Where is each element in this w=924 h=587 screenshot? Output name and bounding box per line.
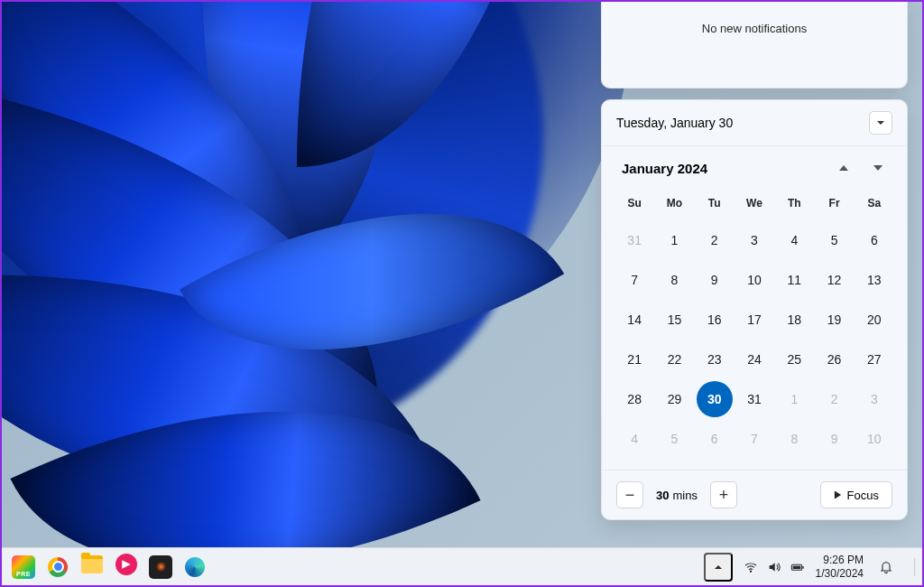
focus-duration-unit: mins bbox=[672, 489, 697, 502]
calendar-day-today[interactable]: 30 bbox=[697, 381, 733, 417]
calendar-day[interactable]: 9 bbox=[817, 421, 853, 457]
file-explorer-icon[interactable] bbox=[78, 553, 106, 582]
app-dark-icon[interactable] bbox=[146, 553, 175, 582]
calendar-day[interactable]: 8 bbox=[776, 421, 812, 457]
focus-duration-value: 30 bbox=[656, 489, 669, 502]
calendar-grid: SuMoTuWeThFrSa31123456789101112131415161… bbox=[602, 184, 907, 471]
svg-rect-3 bbox=[792, 565, 800, 568]
focus-button-label: Focus bbox=[847, 489, 879, 502]
taskbar-clock[interactable]: 9:26 PM 1/30/2024 bbox=[816, 554, 864, 581]
calendar-day[interactable]: 3 bbox=[736, 222, 772, 258]
taskbar-time: 9:26 PM bbox=[816, 554, 864, 567]
taskbar: PRE 9:26 PM 1/30/2024 bbox=[2, 547, 922, 585]
taskbar-date: 1/30/2024 bbox=[816, 567, 864, 581]
svg-point-0 bbox=[750, 571, 751, 572]
calendar-day[interactable]: 12 bbox=[817, 262, 853, 298]
quick-settings[interactable] bbox=[744, 560, 805, 574]
calendar-day[interactable]: 1 bbox=[656, 222, 692, 258]
action-center-flyout: No new notifications Tuesday, January 30… bbox=[601, 2, 908, 520]
calendar-day[interactable]: 4 bbox=[616, 421, 652, 457]
calendar-day[interactable]: 18 bbox=[776, 302, 812, 338]
taskbar-pinned-apps: PRE bbox=[9, 553, 209, 582]
calendar-day[interactable]: 7 bbox=[736, 421, 772, 457]
battery-icon bbox=[790, 560, 805, 574]
chevron-up-icon bbox=[714, 563, 723, 572]
calendar-day[interactable]: 15 bbox=[656, 302, 692, 338]
calendar-day[interactable]: 2 bbox=[817, 381, 853, 417]
show-desktop-button[interactable] bbox=[914, 558, 915, 576]
notifications-empty-text: No new notifications bbox=[702, 22, 807, 35]
calendar-day[interactable]: 5 bbox=[656, 421, 692, 457]
calendar-day[interactable]: 9 bbox=[697, 262, 733, 298]
chevron-down-icon bbox=[876, 118, 885, 127]
calendar-day[interactable]: 25 bbox=[776, 341, 812, 377]
taskbar-system-tray: 9:26 PM 1/30/2024 bbox=[704, 553, 915, 582]
calendar-day[interactable]: 28 bbox=[616, 381, 652, 417]
triangle-up-icon bbox=[839, 165, 848, 171]
app-pink-icon[interactable] bbox=[112, 553, 141, 582]
focus-session-row: − 30 mins + Focus bbox=[602, 471, 907, 519]
tray-expand-button[interactable] bbox=[704, 553, 733, 582]
calendar-day[interactable]: 27 bbox=[856, 341, 892, 377]
calendar-day[interactable]: 4 bbox=[776, 222, 812, 258]
day-of-week-header: Su bbox=[614, 190, 654, 219]
prev-month-button[interactable] bbox=[835, 159, 853, 177]
svg-rect-2 bbox=[802, 566, 803, 569]
day-of-week-header: Sa bbox=[855, 190, 894, 219]
wifi-icon bbox=[744, 560, 758, 574]
calendar-day[interactable]: 5 bbox=[817, 222, 853, 258]
calendar-day[interactable]: 8 bbox=[656, 262, 692, 298]
focus-duration-stepper: − 30 mins + bbox=[616, 481, 737, 508]
play-icon bbox=[834, 490, 842, 499]
day-of-week-header: Th bbox=[774, 190, 814, 219]
day-of-week-header: Mo bbox=[654, 190, 694, 219]
day-of-week-header: Tu bbox=[695, 190, 735, 219]
edge-icon[interactable] bbox=[180, 553, 209, 582]
calendar-day[interactable]: 17 bbox=[736, 302, 772, 338]
calendar-day[interactable]: 23 bbox=[697, 341, 733, 377]
day-of-week-header: Fr bbox=[814, 190, 854, 219]
calendar-day[interactable]: 31 bbox=[736, 381, 772, 417]
increase-duration-button[interactable]: + bbox=[710, 481, 737, 508]
decrease-duration-button[interactable]: − bbox=[616, 481, 643, 508]
volume-icon bbox=[767, 560, 781, 574]
calendar-day[interactable]: 21 bbox=[616, 341, 652, 377]
calendar-day[interactable]: 29 bbox=[656, 381, 692, 417]
notifications-panel: No new notifications bbox=[601, 2, 908, 89]
chrome-icon[interactable] bbox=[43, 553, 72, 582]
calendar-date-label: Tuesday, January 30 bbox=[616, 116, 733, 130]
calendar-day[interactable]: 16 bbox=[697, 302, 733, 338]
calendar-day[interactable]: 11 bbox=[776, 262, 812, 298]
start-focus-button[interactable]: Focus bbox=[820, 481, 892, 508]
calendar-day[interactable]: 6 bbox=[856, 222, 892, 258]
calendar-day[interactable]: 19 bbox=[817, 302, 853, 338]
calendar-day[interactable]: 7 bbox=[616, 262, 652, 298]
calendar-day[interactable]: 10 bbox=[856, 421, 892, 457]
calendar-day[interactable]: 13 bbox=[856, 262, 892, 298]
bell-icon bbox=[879, 560, 893, 574]
calendar-day[interactable]: 22 bbox=[656, 341, 692, 377]
calendar-day[interactable]: 1 bbox=[776, 381, 812, 417]
calendar-day[interactable]: 26 bbox=[817, 341, 853, 377]
next-month-button[interactable] bbox=[869, 159, 887, 177]
calendar-day[interactable]: 6 bbox=[697, 421, 733, 457]
collapse-calendar-button[interactable] bbox=[869, 111, 892, 135]
calendar-day[interactable]: 2 bbox=[697, 222, 733, 258]
calendar-panel: Tuesday, January 30 January 2024 SuMoTuW… bbox=[601, 99, 908, 520]
calendar-day[interactable]: 31 bbox=[616, 222, 652, 258]
calendar-day[interactable]: 14 bbox=[616, 302, 652, 338]
calendar-day[interactable]: 10 bbox=[736, 262, 772, 298]
calendar-month-row: January 2024 bbox=[602, 146, 907, 184]
calendar-header: Tuesday, January 30 bbox=[602, 100, 907, 146]
triangle-down-icon bbox=[873, 165, 882, 171]
notifications-button[interactable] bbox=[874, 555, 898, 579]
calendar-day[interactable]: 20 bbox=[856, 302, 892, 338]
powertoys-fancyzones-icon[interactable]: PRE bbox=[9, 553, 38, 582]
calendar-day[interactable]: 3 bbox=[856, 381, 892, 417]
calendar-day[interactable]: 24 bbox=[736, 341, 772, 377]
day-of-week-header: We bbox=[735, 190, 774, 219]
calendar-month-label[interactable]: January 2024 bbox=[622, 161, 707, 176]
